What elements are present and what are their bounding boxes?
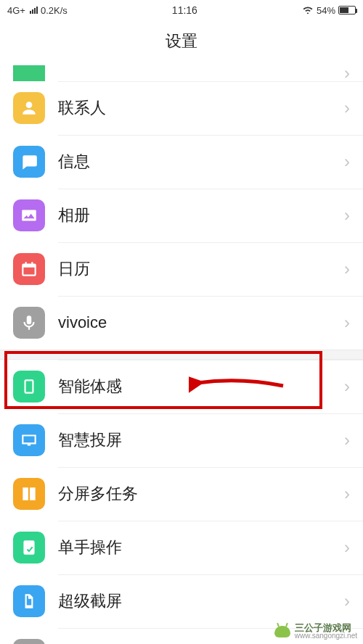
- item-label: 日历: [58, 258, 344, 280]
- android-logo-icon: [274, 626, 290, 637]
- chevron-right-icon: ›: [344, 484, 350, 504]
- section-separator: [0, 350, 363, 360]
- watermark: 三公子游戏网 www.sangongzi.net: [274, 623, 357, 640]
- smart-motion-icon: [13, 371, 45, 402]
- list-item-contacts[interactable]: 联系人 ›: [0, 81, 363, 135]
- item-label: 单手操作: [58, 537, 344, 558]
- item-label: 信息: [58, 151, 344, 173]
- list-item-split-screen[interactable]: 分屏多任务 ›: [0, 467, 363, 521]
- battery-percent: 54%: [317, 5, 335, 16]
- contacts-icon: [13, 92, 45, 124]
- item-label: 相册: [58, 205, 344, 226]
- clock: 11:16: [172, 4, 197, 16]
- list-item[interactable]: ›: [0, 65, 363, 81]
- calendar-icon: [13, 253, 45, 285]
- screenshot-icon: [13, 585, 45, 617]
- status-bar: 4G+ 0.2K/s 11:16 54%: [0, 0, 363, 20]
- list-item-calendar[interactable]: 日历 ›: [0, 242, 363, 296]
- app-clone-icon: [13, 639, 45, 644]
- message-icon: [13, 146, 45, 178]
- watermark-url: www.sangongzi.net: [295, 632, 357, 640]
- wifi-icon: [302, 5, 314, 16]
- data-speed: 0.2K/s: [41, 5, 68, 16]
- page-title: 设置: [0, 20, 363, 65]
- battery-icon: [338, 6, 356, 15]
- chevron-right-icon: ›: [344, 376, 350, 397]
- signal-icon: [30, 7, 38, 14]
- item-label: 智能体感: [58, 376, 344, 397]
- cast-icon: [13, 424, 45, 456]
- chevron-right-icon: ›: [344, 537, 350, 558]
- item-label: 超级截屏: [58, 590, 344, 612]
- chevron-right-icon: ›: [344, 259, 350, 279]
- status-left: 4G+ 0.2K/s: [7, 5, 68, 16]
- chevron-right-icon: ›: [344, 205, 350, 226]
- chevron-right-icon: ›: [344, 98, 350, 118]
- list-item-super-screenshot[interactable]: 超级截屏 ›: [0, 574, 363, 628]
- chevron-right-icon: ›: [344, 430, 350, 450]
- chevron-right-icon: ›: [344, 313, 350, 333]
- microphone-icon: [13, 307, 45, 339]
- split-screen-icon: [13, 478, 45, 510]
- network-type: 4G+: [7, 5, 25, 16]
- list-item-vivoice[interactable]: vivoice ›: [0, 296, 363, 350]
- app-icon: [13, 65, 45, 81]
- settings-list: › 联系人 › 信息 › 相册 › 日历 › vivoice ›: [0, 65, 363, 644]
- item-label: 联系人: [58, 97, 344, 119]
- chevron-right-icon: ›: [344, 65, 350, 81]
- item-label: 智慧投屏: [58, 429, 344, 451]
- chevron-right-icon: ›: [344, 152, 350, 172]
- chevron-right-icon: ›: [344, 591, 350, 611]
- item-label: vivoice: [58, 313, 344, 332]
- list-item-smart-cast[interactable]: 智慧投屏 ›: [0, 413, 363, 467]
- item-label: 分屏多任务: [58, 483, 344, 505]
- gallery-icon: [13, 199, 45, 231]
- status-right: 54%: [302, 5, 356, 16]
- list-item-one-handed[interactable]: 单手操作 ›: [0, 521, 363, 574]
- list-item-gallery[interactable]: 相册 ›: [0, 189, 363, 242]
- list-item-messages[interactable]: 信息 ›: [0, 135, 363, 189]
- one-handed-icon: [13, 532, 45, 564]
- list-item-smart-motion[interactable]: 智能体感 ›: [0, 360, 363, 413]
